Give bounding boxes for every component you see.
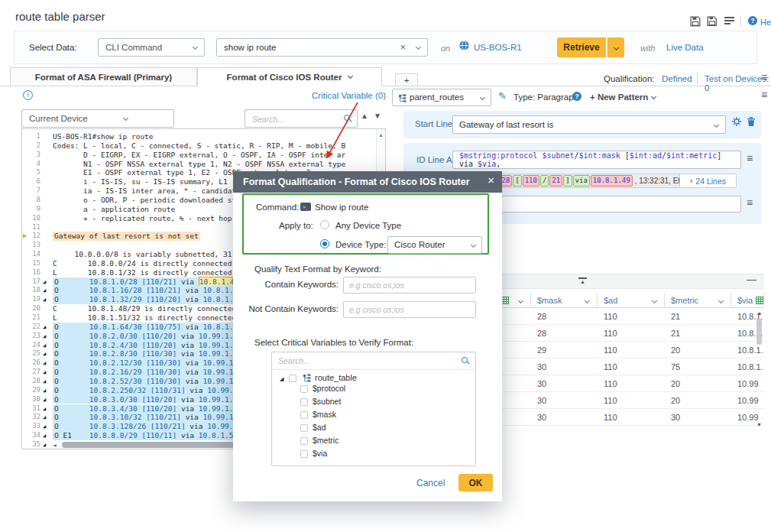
new-pattern-button[interactable]: + New Pattern <box>590 92 648 102</box>
id-line-input[interactable]: $mstring:protocol $subnet/$int:mask [$in… <box>452 151 741 169</box>
line-number: 20 <box>22 304 40 313</box>
retrieve-button[interactable]: Retrieve <box>557 37 606 57</box>
pattern-select[interactable]: parent_routes <box>392 89 491 106</box>
search-icon[interactable] <box>462 357 468 363</box>
qualification-value[interactable]: Defined <box>662 74 692 83</box>
matched-token: ] <box>563 175 572 187</box>
column-header[interactable]: $via <box>731 293 764 308</box>
start-line-label: Start Line: <box>415 119 455 128</box>
device-type-radio[interactable] <box>320 239 329 248</box>
info-icon[interactable]: i <box>23 90 33 100</box>
search-next-button[interactable]: ▼ <box>374 112 381 120</box>
route-table-checkbox[interactable] <box>289 375 296 382</box>
clear-icon[interactable]: × <box>400 41 406 53</box>
line-number: 23 <box>22 332 40 341</box>
menu-icon[interactable]: ≡ <box>761 72 767 83</box>
code-line[interactable]: 2Codes: L - local, C - connected, S - st… <box>22 141 386 151</box>
matched-tail: , 13:32:31, Ethernet0/1 <box>635 177 679 185</box>
variable-checkbox[interactable] <box>300 385 308 393</box>
edit-pencil-icon[interactable]: ✎ <box>498 90 507 102</box>
critical-variable-link[interactable]: Critical Variable (0) <box>302 91 386 100</box>
chevron-down-icon[interactable] <box>585 298 590 303</box>
data-type-select[interactable]: CLI Command <box>98 38 205 57</box>
variable-label[interactable]: $via <box>313 449 327 458</box>
code-text: US-BOS-R1#show ip route <box>53 132 154 141</box>
chevron-right-icon: › <box>690 177 692 185</box>
contain-keywords-input[interactable]: e.g cisco os;ios <box>343 277 476 294</box>
save-as-icon[interactable] <box>707 16 718 27</box>
dialog-header[interactable]: Format Qualification - Format of Cisco I… <box>233 171 502 193</box>
fold-marker-icon[interactable]: ◢ <box>43 441 46 449</box>
gear-icon[interactable] <box>731 116 742 127</box>
expand-lines-button[interactable]: › 24 Lines <box>679 174 736 187</box>
tab-cisco-ios-router[interactable]: Format of Cisco IOS Router <box>197 67 382 86</box>
column-header[interactable]: $metric <box>665 293 731 308</box>
help-link[interactable]: Help <box>760 18 771 27</box>
tab-asa-firewall[interactable]: Format of ASA Firewall (Primary) <box>10 67 197 86</box>
column-header[interactable]: $ad <box>598 293 665 308</box>
chevron-down-icon[interactable] <box>718 298 724 303</box>
minimize-icon[interactable]: — <box>747 274 756 285</box>
tree-icon <box>303 374 311 382</box>
variable-label[interactable]: $subnet <box>313 397 341 406</box>
tree-root-label[interactable]: route_table <box>315 373 357 382</box>
matched-token: 110 <box>523 175 539 187</box>
scroll-up-icon[interactable]: ▲ <box>377 132 385 138</box>
start-line-input[interactable]: Gateway of last resort is <box>452 115 726 134</box>
search-prev-button[interactable]: ▲ <box>361 112 368 120</box>
not-contain-keywords-input[interactable]: e.g cisco os;ios <box>343 301 476 318</box>
chevron-down-icon[interactable] <box>518 298 523 303</box>
end-line-menu-icon[interactable]: ≡ <box>747 197 753 208</box>
cli-command-icon: >_ <box>300 203 311 211</box>
variable-checkbox[interactable] <box>300 437 308 445</box>
table-cell: 110 <box>598 409 665 426</box>
variable-label[interactable]: $mask <box>313 410 336 419</box>
scroll-down-icon[interactable]: ▼ <box>756 422 762 427</box>
current-device-select[interactable]: Current Device <box>21 109 174 128</box>
code-line[interactable]: 1US-BOS-R1#show ip route <box>22 132 386 141</box>
command-input[interactable]: show ip route × <box>216 38 428 57</box>
device-link[interactable]: US-BOS-R1 <box>474 43 522 52</box>
code-line[interactable]: 3 D - EIGRP, EX - EIGRP external, O - OS… <box>22 151 386 160</box>
code-text: D - EIGRP, EX - EIGRP external, O - OSPF… <box>53 151 345 160</box>
device-type-select[interactable]: Cisco Router <box>387 236 482 254</box>
line-number: 3 <box>22 151 40 160</box>
live-data-link[interactable]: Live Data <box>666 43 704 52</box>
device-type-label: Device Type: <box>335 240 386 249</box>
variable-checkbox[interactable] <box>300 411 308 419</box>
pattern-menu-icon[interactable]: ≡ <box>761 89 767 100</box>
retrieve-dropdown-button[interactable] <box>607 37 624 57</box>
variable-checkbox[interactable] <box>300 424 308 432</box>
chevron-down-icon[interactable] <box>652 298 657 303</box>
tree-search-input[interactable]: Search... <box>272 352 475 370</box>
ok-button[interactable]: OK <box>458 474 493 491</box>
scrollbar-thumb[interactable] <box>756 319 762 345</box>
variable-label[interactable]: $protocol <box>313 384 345 393</box>
code-line[interactable]: 4 N1 - OSPF NSSA external type 1, N2 - O… <box>22 160 386 169</box>
matched-token: 21 <box>549 175 562 187</box>
type-help-icon[interactable]: ? <box>572 92 581 101</box>
table-scrollbar[interactable]: ▲ ▼ <box>755 308 764 427</box>
variable-label[interactable]: $metric <box>313 436 339 445</box>
column-header[interactable]: $mask <box>531 293 598 308</box>
variable-label[interactable]: $ad <box>313 423 326 432</box>
close-icon[interactable]: × <box>488 174 494 187</box>
variable-checkbox[interactable] <box>300 398 308 406</box>
help-icon[interactable]: ? <box>748 16 757 25</box>
view-log-icon[interactable] <box>724 17 734 24</box>
any-device-type-radio[interactable] <box>320 220 329 229</box>
scroll-left-icon[interactable]: ◄ <box>53 441 57 449</box>
tree-expand-icon[interactable]: ◢ <box>280 376 283 382</box>
save-icon[interactable] <box>690 16 701 27</box>
scroll-up-icon[interactable]: ▲ <box>755 310 764 316</box>
add-tab-button[interactable]: + <box>395 73 418 86</box>
variable-tree-box: Search... ◢route_table$protocol$subnet$m… <box>271 352 476 466</box>
search-icon[interactable] <box>344 115 350 121</box>
line-number: 25 <box>22 349 40 358</box>
cancel-button[interactable]: Cancel <box>416 478 445 488</box>
id-line-menu-icon[interactable]: ≡ <box>747 153 753 164</box>
collapse-handle-arrow[interactable]: ▲ <box>580 279 585 284</box>
variable-checkbox[interactable] <box>300 450 308 458</box>
code-search-input[interactable]: Search... <box>245 109 358 128</box>
trash-icon[interactable] <box>747 116 756 127</box>
